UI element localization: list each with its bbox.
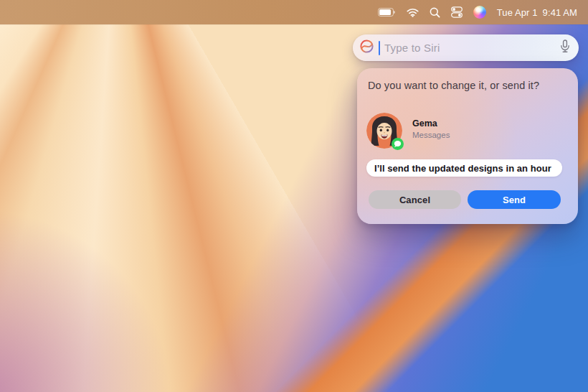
siri-question-text: Do you want to change it, or send it? (368, 80, 567, 92)
battery-nub (394, 11, 395, 14)
menu-bar-date: Tue Apr 1 (497, 7, 538, 18)
battery-charge-level (379, 9, 391, 15)
apple-intelligence-siri-icon (359, 39, 374, 57)
text-cursor (379, 41, 380, 55)
message-draft-text: I’ll send the updated designs in an hour (374, 163, 551, 174)
wifi-icon[interactable] (407, 8, 419, 17)
spotlight-search-icon[interactable] (430, 7, 440, 18)
menu-bar-clock[interactable]: Tue Apr 1 9:41 AM (497, 7, 577, 18)
siri-input-placeholder: Type to Siri (384, 42, 556, 54)
message-draft-field[interactable]: I’ll send the updated designs in an hour (366, 159, 562, 177)
messages-app-badge (392, 138, 404, 150)
menu-bar: Tue Apr 1 9:41 AM (0, 0, 588, 24)
contact-app-label: Messages (412, 131, 450, 139)
siri-menu-icon[interactable] (473, 6, 486, 19)
siri-response-panel: Do you want to change it, or send it? (357, 68, 578, 224)
contact-name: Gema (412, 118, 450, 129)
contact-avatar (366, 113, 402, 149)
type-to-siri-input[interactable]: Type to Siri (353, 34, 579, 61)
send-button[interactable]: Send (468, 190, 561, 209)
contact-info: Gema Messages (412, 118, 450, 139)
menu-bar-time: 9:41 AM (543, 7, 577, 18)
microphone-icon[interactable] (560, 39, 570, 56)
battery-icon[interactable] (378, 8, 396, 17)
cancel-button[interactable]: Cancel (369, 190, 461, 209)
control-center-icon[interactable] (451, 6, 463, 18)
